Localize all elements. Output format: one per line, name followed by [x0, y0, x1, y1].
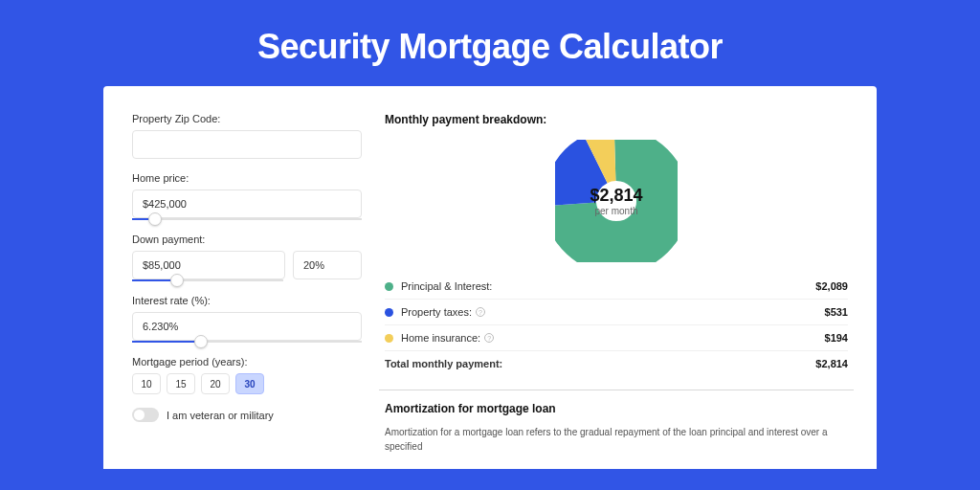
amortization-section: Amortization for mortgage loan Amortizat…	[379, 390, 854, 454]
dot-icon	[385, 282, 393, 291]
period-btn-20[interactable]: 20	[201, 373, 230, 394]
legend-row-principal: Principal & Interest: $2,089	[385, 274, 848, 300]
period-btn-30[interactable]: 30	[235, 373, 264, 394]
down-payment-pct-input[interactable]	[293, 251, 362, 279]
interest-input[interactable]	[132, 312, 362, 341]
donut-sub: per month	[594, 206, 637, 216]
total-value: $2,814	[815, 358, 848, 369]
legend-label: Property taxes: ?	[401, 306, 825, 318]
veteran-toggle[interactable]	[132, 408, 159, 422]
period-btn-15[interactable]: 15	[167, 373, 195, 394]
legend-row-taxes: Property taxes: ? $531	[385, 300, 848, 325]
legend-row-total: Total monthly payment: $2,814	[385, 351, 848, 376]
home-price-input[interactable]	[132, 189, 362, 218]
period-label: Mortgage period (years):	[132, 356, 362, 368]
donut-chart: $2,814 per month	[555, 140, 678, 262]
page-title: Security Mortgage Calculator	[103, 0, 877, 86]
legend-label: Principal & Interest:	[401, 280, 815, 292]
dot-icon	[385, 334, 393, 343]
legend-value: $531	[825, 306, 848, 318]
amortization-text: Amortization for a mortgage loan refers …	[379, 425, 854, 454]
dot-icon	[385, 308, 393, 317]
interest-label: Interest rate (%):	[132, 295, 362, 306]
legend-row-insurance: Home insurance: ? $194	[385, 325, 848, 351]
down-payment-input[interactable]	[132, 251, 285, 279]
zip-label: Property Zip Code:	[132, 113, 362, 124]
down-payment-slider[interactable]	[132, 279, 283, 281]
veteran-label: I am veteran or military	[167, 410, 274, 421]
total-label: Total monthly payment:	[385, 358, 815, 369]
down-payment-label: Down payment:	[132, 234, 362, 245]
slider-thumb[interactable]	[170, 274, 184, 287]
zip-input[interactable]	[132, 130, 362, 159]
legend-value: $2,089	[815, 280, 848, 292]
home-price-slider[interactable]	[132, 218, 362, 220]
slider-thumb[interactable]	[148, 212, 162, 226]
form-panel: Property Zip Code: Home price: Down paym…	[132, 113, 362, 469]
donut-total: $2,814	[590, 186, 642, 206]
calculator-card: Property Zip Code: Home price: Down paym…	[103, 86, 877, 469]
period-options: 10 15 20 30	[132, 373, 362, 394]
amortization-heading: Amortization for mortgage loan	[379, 402, 854, 415]
breakdown-panel: Monthly payment breakdown: $2,814 per mo…	[385, 113, 848, 469]
info-icon[interactable]: ?	[484, 333, 494, 343]
slider-thumb[interactable]	[194, 335, 208, 348]
legend-value: $194	[825, 332, 848, 344]
breakdown-heading: Monthly payment breakdown:	[385, 113, 848, 126]
legend-label: Home insurance: ?	[401, 332, 825, 344]
interest-slider[interactable]	[132, 341, 362, 343]
period-btn-10[interactable]: 10	[132, 373, 161, 394]
info-icon[interactable]: ?	[476, 307, 485, 317]
home-price-label: Home price:	[132, 172, 362, 184]
